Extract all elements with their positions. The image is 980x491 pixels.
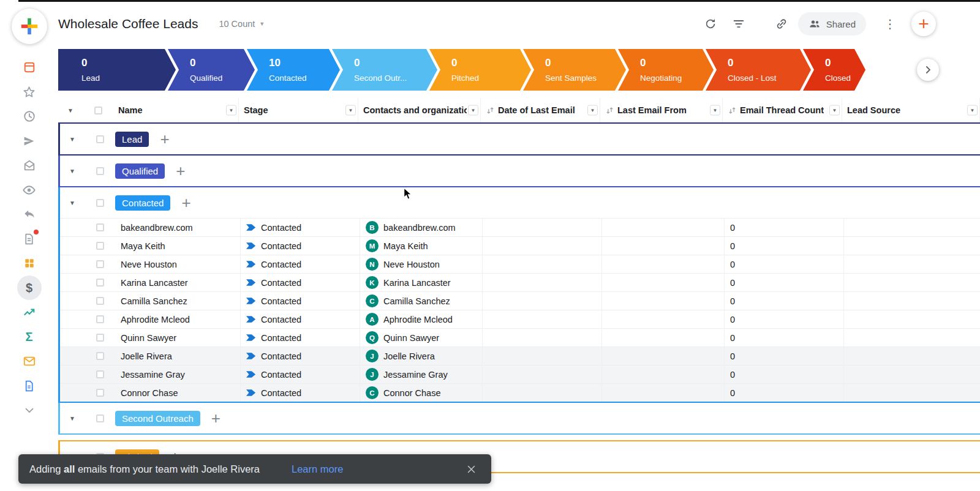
- funnel-stage-qualified[interactable]: 0Qualified: [168, 49, 255, 91]
- lead-source-cell[interactable]: [844, 310, 980, 328]
- lead-source-cell[interactable]: [844, 219, 980, 236]
- date-of-last-email-cell[interactable]: [483, 384, 602, 402]
- column-header-lead-source[interactable]: Lead Source▼: [842, 98, 980, 122]
- date-of-last-email-cell[interactable]: [483, 237, 602, 255]
- group-checkbox[interactable]: [96, 414, 104, 422]
- contact-cell[interactable]: AAphrodite Mcleod: [360, 310, 483, 328]
- stage-cell[interactable]: Contacted: [241, 274, 360, 291]
- last-email-from-cell[interactable]: [602, 274, 725, 291]
- snippets-file-icon[interactable]: [17, 227, 42, 251]
- email-thread-count-cell[interactable]: 0: [725, 329, 844, 347]
- column-menu-button[interactable]: ▼: [829, 105, 840, 116]
- lead-source-cell[interactable]: [844, 237, 980, 255]
- name-cell[interactable]: Jessamine Gray: [115, 365, 241, 383]
- link-button[interactable]: [770, 12, 793, 36]
- contact-cell[interactable]: NNeve Houston: [360, 255, 483, 273]
- email-thread-count-cell[interactable]: 0: [725, 237, 844, 255]
- row-checkbox[interactable]: [96, 260, 104, 268]
- apps-grid-icon[interactable]: [17, 251, 42, 275]
- mail-icon[interactable]: [17, 349, 42, 373]
- email-thread-count-cell[interactable]: 0: [725, 365, 844, 383]
- sigma-icon[interactable]: Σ: [17, 324, 42, 349]
- name-cell[interactable]: Quinn Sawyer: [115, 329, 241, 347]
- row-checkbox[interactable]: [96, 315, 104, 323]
- group-checkbox[interactable]: [96, 167, 104, 175]
- last-email-from-cell[interactable]: [602, 219, 725, 236]
- date-of-last-email-cell[interactable]: [483, 310, 602, 328]
- eye-icon[interactable]: [17, 178, 42, 202]
- filter-button[interactable]: [727, 12, 750, 36]
- table-row-camilla-sanchez[interactable]: Camilla SanchezContactedCCamilla Sanchez…: [60, 291, 980, 310]
- table-row-karina-lancaster[interactable]: Karina LancasterContactedKKarina Lancast…: [60, 273, 980, 291]
- reply-icon[interactable]: [17, 202, 42, 227]
- lead-source-cell[interactable]: [844, 329, 980, 347]
- date-of-last-email-cell[interactable]: [483, 329, 602, 347]
- table-row-maya-keith[interactable]: Maya KeithContactedMMaya Keith0: [60, 236, 980, 255]
- column-menu-button[interactable]: ▼: [468, 105, 478, 116]
- add-row-button[interactable]: +: [176, 163, 185, 179]
- funnel-stage-lead[interactable]: 0Lead: [58, 49, 176, 91]
- column-header-name[interactable]: Name▼: [113, 98, 239, 122]
- table-row-joelle-rivera[interactable]: Joelle RiveraContactedJJoelle Rivera0: [60, 347, 980, 365]
- add-row-button[interactable]: +: [160, 131, 169, 147]
- select-all-checkbox[interactable]: [94, 107, 102, 114]
- count-dropdown[interactable]: 10 Count ▼: [215, 18, 268, 29]
- contact-cell[interactable]: JJoelle Rivera: [360, 347, 483, 365]
- column-menu-button[interactable]: ▼: [967, 105, 978, 116]
- email-thread-count-cell[interactable]: 0: [725, 274, 844, 291]
- name-cell[interactable]: Connor Chase: [115, 384, 241, 402]
- currency-dollar-icon[interactable]: $: [17, 275, 42, 300]
- contact-cell[interactable]: JJessamine Gray: [360, 365, 483, 383]
- email-thread-count-cell[interactable]: 0: [725, 255, 844, 273]
- name-cell[interactable]: bakeandbrew.com: [115, 219, 241, 236]
- row-checkbox[interactable]: [96, 297, 104, 305]
- stage-cell[interactable]: Contacted: [241, 365, 360, 383]
- funnel-stage-second-outr[interactable]: 0Second Outr...: [332, 49, 437, 91]
- contact-cell[interactable]: MMaya Keith: [360, 237, 483, 255]
- lead-source-cell[interactable]: [844, 274, 980, 291]
- funnel-stage-pitched[interactable]: 0Pitched: [429, 49, 531, 91]
- name-cell[interactable]: Maya Keith: [115, 237, 241, 255]
- column-menu-button[interactable]: ▼: [710, 105, 720, 116]
- name-cell[interactable]: Karina Lancaster: [115, 274, 241, 291]
- contact-cell[interactable]: CCamilla Sanchez: [360, 292, 483, 310]
- column-header-email-thread-count[interactable]: Email Thread Count▼: [723, 98, 842, 122]
- date-of-last-email-cell[interactable]: [483, 219, 602, 236]
- table-row-jessamine-gray[interactable]: Jessamine GrayContactedJJessamine Gray0: [60, 365, 980, 383]
- date-of-last-email-cell[interactable]: [483, 347, 602, 365]
- email-thread-count-cell[interactable]: 0: [725, 292, 844, 310]
- group-badge[interactable]: Contacted: [115, 195, 170, 211]
- group-badge[interactable]: Lead: [115, 132, 149, 147]
- lead-source-cell[interactable]: [844, 292, 980, 310]
- shared-button[interactable]: Shared: [798, 12, 866, 36]
- column-header-date-of-last-email[interactable]: Date of Last Email▼: [481, 98, 600, 122]
- stage-cell[interactable]: Contacted: [241, 384, 360, 402]
- stage-cell[interactable]: Contacted: [241, 347, 360, 365]
- table-row-connor-chase[interactable]: Connor ChaseContactedCConnor Chase0: [60, 383, 980, 402]
- header-expand-caret-cell[interactable]: ▼: [58, 98, 83, 122]
- name-cell[interactable]: Camilla Sanchez: [115, 292, 241, 310]
- document-icon[interactable]: [17, 373, 42, 398]
- send-icon[interactable]: [17, 129, 42, 153]
- last-email-from-cell[interactable]: [602, 329, 725, 347]
- learn-more-link[interactable]: Learn more: [288, 463, 347, 476]
- lead-source-cell[interactable]: [844, 365, 980, 383]
- last-email-from-cell[interactable]: [602, 347, 725, 365]
- email-thread-count-cell[interactable]: 0: [725, 310, 844, 328]
- group-badge[interactable]: Second Outreach: [115, 411, 200, 426]
- star-icon[interactable]: [17, 80, 42, 104]
- date-of-last-email-cell[interactable]: [483, 274, 602, 291]
- add-button[interactable]: +: [911, 12, 936, 36]
- column-header-stage[interactable]: Stage▼: [239, 98, 358, 122]
- history-clock-icon[interactable]: [17, 104, 42, 129]
- group-checkbox[interactable]: [96, 199, 104, 207]
- column-header-contacts-and-organizations[interactable]: Contacts and organizations▼: [358, 98, 481, 122]
- group-collapse-caret[interactable]: ▼: [69, 136, 75, 143]
- stage-cell[interactable]: Contacted: [241, 310, 360, 328]
- email-thread-count-cell[interactable]: 0: [725, 219, 844, 236]
- stage-cell[interactable]: Contacted: [241, 237, 360, 255]
- row-checkbox[interactable]: [96, 223, 104, 231]
- name-cell[interactable]: Neve Houston: [115, 255, 241, 273]
- add-row-button[interactable]: +: [181, 195, 190, 211]
- lead-source-cell[interactable]: [844, 255, 980, 273]
